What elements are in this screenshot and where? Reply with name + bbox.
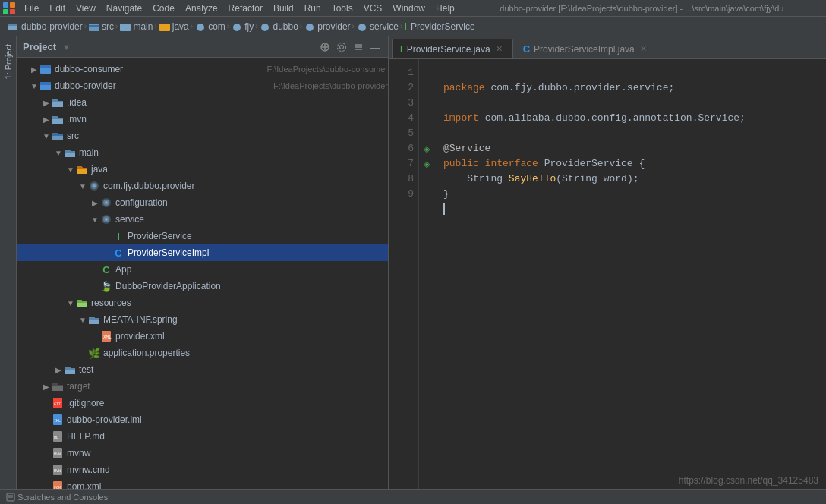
- bc-file-icon: I: [404, 20, 407, 32]
- tree-item-mvnw[interactable]: MVN mvnw: [17, 445, 388, 461]
- folder-icon: [52, 113, 64, 125]
- tree-label: dubbo-provider.iml: [67, 414, 388, 425]
- project-dropdown-arrow[interactable]: ▼: [62, 43, 71, 52]
- menu-analyze[interactable]: Analyze: [181, 2, 222, 15]
- gutter-line-3: [419, 96, 434, 111]
- project-panel-title: Project: [23, 41, 56, 52]
- window-title: dubbo-provider [F:\IdeaProjects\dubbo-pr…: [461, 4, 823, 13]
- menu-view[interactable]: View: [71, 2, 100, 15]
- code-editor[interactable]: package com.fjy.dubbo.provider.service; …: [434, 59, 826, 489]
- menu-build[interactable]: Build: [269, 2, 298, 15]
- tree-item-dubbo-provider[interactable]: ▼ dubbo-provider F:\IdeaProjects\dubbo-p…: [17, 77, 388, 94]
- tree-arrow: ▼: [65, 299, 76, 307]
- maven-icon: POM: [52, 480, 64, 489]
- tree-item-dubbo-consumer[interactable]: ▶ dubbo-consumer F:\IdeaProjects\dubbo-c…: [17, 61, 388, 77]
- tree-item-ProviderServiceImpl[interactable]: C ProviderServiceImpl: [17, 244, 388, 261]
- bc-provider[interactable]: provider: [317, 21, 350, 32]
- gutter-line-7[interactable]: ◈: [419, 156, 434, 172]
- svg-rect-6: [89, 24, 99, 31]
- menu-navigate[interactable]: Navigate: [102, 2, 147, 15]
- tree-item-DubboProviderApp[interactable]: 🍃 DubboProviderApplication: [17, 278, 388, 295]
- gutter-line-6[interactable]: ◈: [419, 141, 434, 156]
- svg-rect-7: [120, 24, 131, 31]
- tree-item-app-properties[interactable]: 🌿 application.properties: [17, 345, 388, 361]
- tree-item-target[interactable]: ▶ target: [17, 378, 388, 395]
- tree-item-main[interactable]: ▼ main: [17, 144, 388, 161]
- tree-item-iml[interactable]: IML dubbo-provider.iml: [17, 411, 388, 428]
- git-icon: GIT: [52, 397, 64, 409]
- tree-label: .idea: [67, 97, 388, 108]
- bc-dubbo[interactable]: dubbo: [273, 21, 298, 32]
- menu-help[interactable]: Help: [431, 2, 459, 15]
- bc-main[interactable]: main: [133, 21, 153, 32]
- target-folder-icon: [52, 380, 64, 392]
- properties-icon: 🌿: [88, 347, 100, 359]
- tree-label: .gitignore: [67, 398, 388, 408]
- collapse-btn[interactable]: [352, 40, 365, 54]
- tree-label: pom.xml: [67, 481, 388, 489]
- tree-item-configuration[interactable]: ▶ configuration: [17, 194, 388, 211]
- md-icon: MD: [52, 430, 64, 443]
- svg-point-18: [338, 43, 346, 51]
- menu-refactor[interactable]: Refactor: [224, 2, 267, 15]
- menu-file[interactable]: File: [20, 2, 43, 15]
- scratches-console-btn[interactable]: Scratches and Consoles: [6, 493, 108, 502]
- tab-close-btn[interactable]: ✕: [494, 44, 505, 55]
- java-folder-icon: [76, 163, 88, 175]
- tree-arrow: ▼: [41, 132, 52, 140]
- menu-tools[interactable]: Tools: [327, 2, 358, 15]
- bc-file[interactable]: ProviderService: [411, 21, 475, 32]
- svg-rect-8: [159, 24, 170, 31]
- tree-item-service[interactable]: ▼ service: [17, 211, 388, 228]
- project-panel-toggle[interactable]: 1: Project: [2, 39, 14, 83]
- tree-item-help[interactable]: MD HELP.md: [17, 428, 388, 445]
- tree-item-provider-xml[interactable]: XML provider.xml: [17, 328, 388, 345]
- svg-point-34: [105, 218, 108, 221]
- tab-ProviderServiceImpl[interactable]: C ProviderServiceImpl.java ✕: [515, 39, 657, 58]
- svg-point-17: [340, 45, 344, 49]
- tab-close-btn[interactable]: ✕: [638, 44, 649, 55]
- app-logo: [3, 2, 15, 14]
- svg-rect-23: [40, 65, 51, 68]
- tab-ProviderService[interactable]: I ProviderService.java ✕: [392, 39, 513, 58]
- bc-src[interactable]: src: [102, 21, 114, 32]
- settings-btn[interactable]: [335, 40, 348, 54]
- tree-item-idea[interactable]: ▶ .idea: [17, 94, 388, 111]
- tree-item-ProviderService[interactable]: I ProviderService: [17, 228, 388, 244]
- tree-item-meta-inf[interactable]: ▼ MEATA-INF.spring: [17, 311, 388, 328]
- menu-vcs[interactable]: VCS: [359, 2, 387, 15]
- bc-com[interactable]: com: [208, 21, 225, 32]
- tree-item-resources[interactable]: ▼ resources: [17, 295, 388, 311]
- tree-item-gitignore[interactable]: GIT .gitignore: [17, 395, 388, 411]
- tree-item-src[interactable]: ▼ src: [17, 128, 388, 144]
- svg-text:IML: IML: [54, 418, 61, 423]
- tree-item-test[interactable]: ▶ test: [17, 361, 388, 378]
- menu-run[interactable]: Run: [300, 2, 326, 15]
- tree-item-com-package[interactable]: ▼ com.fjy.dubbo.provider: [17, 178, 388, 194]
- tree-item-pom[interactable]: POM pom.xml: [17, 478, 388, 489]
- tree-item-java[interactable]: ▼ java: [17, 161, 388, 178]
- tree-label: test: [79, 364, 388, 375]
- svg-point-9: [197, 24, 204, 31]
- menu-edit[interactable]: Edit: [45, 2, 70, 15]
- tab-interface-icon: I: [400, 43, 403, 55]
- bc-service[interactable]: service: [370, 21, 399, 32]
- mvn-icon: MVN: [52, 447, 64, 459]
- bc-module[interactable]: dubbo-provider: [21, 21, 83, 32]
- tree-label: App: [115, 264, 388, 275]
- svg-point-28: [93, 184, 96, 187]
- menu-code[interactable]: Code: [148, 2, 179, 15]
- svg-rect-25: [40, 82, 51, 85]
- bc-java[interactable]: java: [172, 21, 189, 32]
- tab-class-icon: C: [523, 43, 530, 55]
- tree-item-mvn[interactable]: ▶ .mvn: [17, 111, 388, 128]
- menu-window[interactable]: Window: [388, 2, 430, 15]
- tree-item-App[interactable]: C App: [17, 261, 388, 278]
- tree-item-mvnw-cmd[interactable]: MVN mvnw.cmd: [17, 461, 388, 478]
- locate-file-btn[interactable]: [318, 40, 332, 54]
- hide-panel-btn[interactable]: —: [368, 40, 382, 54]
- bc-fjy[interactable]: fjy: [244, 21, 254, 32]
- svg-text:POM: POM: [54, 485, 61, 489]
- bottom-bar: Scratches and Consoles: [0, 489, 826, 504]
- mvn-icon: MVN: [52, 464, 64, 476]
